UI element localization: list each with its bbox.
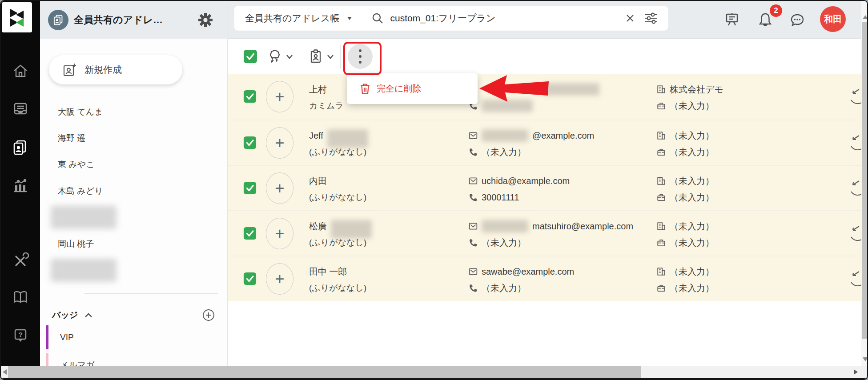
avatar-add-button[interactable]: + — [266, 127, 293, 159]
user-avatar[interactable]: 和田 — [820, 6, 846, 32]
caret-down-icon[interactable] — [346, 16, 353, 20]
contact-column: @example.com （未入力） — [469, 120, 647, 165]
contact-name[interactable]: Jeff — [309, 131, 323, 141]
sidebar-contact-item[interactable]: 大阪 てんま — [40, 99, 227, 125]
chat-bubble-icon — [789, 12, 805, 28]
gear-icon[interactable] — [197, 12, 213, 28]
row-checkbox[interactable] — [243, 136, 257, 149]
sidebar-contact-item[interactable]: 海野 遥 — [40, 125, 227, 151]
nav-news[interactable] — [1, 98, 40, 120]
company-building-icon — [657, 85, 666, 94]
news-inbox-icon — [12, 100, 29, 117]
avatar-add-button[interactable]: + — [266, 81, 293, 112]
clear-search-icon[interactable] — [623, 11, 638, 26]
nav-tools[interactable] — [1, 250, 40, 272]
sansan-logo[interactable] — [2, 2, 32, 32]
scroll-down-arrow[interactable] — [863, 357, 868, 361]
contacts-cards-icon — [12, 139, 29, 156]
contact-kana: (ふりがななし) — [309, 282, 366, 294]
contact-name[interactable]: 内田 — [309, 175, 327, 187]
avatar-add-button[interactable]: + — [266, 263, 293, 295]
window-bottom-edge — [1, 378, 868, 380]
notification-count-badge: 2 — [770, 4, 782, 17]
horizontal-scroll-thumb[interactable] — [8, 366, 641, 378]
row-overflow-icon — [849, 134, 861, 154]
sidebar-contact-name: 海野 遥 — [58, 132, 85, 144]
toolbar-divider — [300, 44, 300, 68]
scroll-left-arrow[interactable] — [3, 369, 7, 375]
filter-sliders-icon[interactable] — [642, 10, 660, 27]
sidebar-contact-item[interactable]: 木島 みどり — [40, 178, 227, 204]
permanent-delete-menu-item[interactable]: 完全に削除 — [359, 83, 421, 95]
badge-section-title: バッジ — [52, 309, 78, 321]
chevron-down-icon — [286, 54, 293, 59]
address-book-circle-icon — [48, 10, 68, 30]
contact-kana: (ふりがななし) — [309, 192, 366, 203]
name-column: 松廣 (ふりがななし) — [309, 211, 460, 256]
nav-home[interactable] — [1, 60, 40, 82]
new-contact-label: 新規作成 — [84, 64, 122, 76]
contact-email: @example.com — [532, 131, 594, 141]
contact-email: matsuhiro@example.com — [532, 221, 633, 232]
row-checkbox[interactable] — [243, 272, 257, 285]
nav-analytics[interactable] — [1, 176, 40, 197]
chevron-up-icon[interactable] — [84, 312, 93, 318]
sidebar-contact-item[interactable]: 岡山 桃子 — [40, 231, 227, 257]
scroll-up-arrow[interactable] — [863, 15, 868, 19]
contact-row[interactable]: + Jeff (ふりがななし) @example.com — [228, 120, 861, 165]
contact-department: （未入力） — [670, 192, 714, 204]
avatar-add-button[interactable]: + — [266, 172, 293, 204]
sidebar-contact-name: 東 みやこ — [58, 159, 95, 170]
address-book-scope-selector[interactable]: 全員共有のアドレス帳 — [245, 12, 339, 24]
contact-name[interactable]: 上村 — [309, 84, 327, 96]
announcements-button[interactable] — [724, 12, 740, 28]
toolbar-divider — [340, 44, 341, 68]
redacted-name-blur — [51, 206, 117, 229]
sidebar-contact-item[interactable] — [40, 204, 227, 231]
avatar-add-button[interactable]: + — [266, 218, 293, 249]
department-briefcase-icon — [657, 284, 666, 292]
select-all-checkbox[interactable] — [243, 49, 257, 64]
sidebar-contact-name: 岡山 桃子 — [58, 238, 94, 250]
vertical-scroll-thumb[interactable] — [862, 22, 868, 339]
search-icon — [371, 12, 384, 24]
badge-item[interactable]: VIP — [40, 325, 228, 349]
contact-row[interactable]: + 内田 (ふりがななし) uchida@example.com — [228, 165, 861, 210]
horizontal-scrollbar[interactable] — [1, 366, 861, 378]
sidebar-contact-item[interactable]: 東 みやこ — [40, 152, 227, 178]
sidebar-contact-item[interactable] — [40, 257, 227, 283]
contact-row[interactable]: + 松廣 (ふりがななし) matsuhiro@example.com — [228, 210, 861, 256]
topbar-separator — [228, 1, 228, 39]
analytics-chart-icon — [12, 178, 29, 195]
name-column: 内田 (ふりがななし) — [309, 166, 460, 210]
contact-name[interactable]: 田中 一郎 — [309, 266, 347, 278]
row-checkbox[interactable] — [243, 90, 257, 103]
chat-button[interactable] — [789, 12, 805, 28]
email-icon — [469, 176, 478, 185]
nav-guide[interactable] — [1, 287, 40, 308]
name-column: 田中 一郎 (ふりがななし) — [309, 256, 460, 301]
company-building-icon — [657, 267, 666, 276]
company-column: （未入力） （未入力） — [657, 166, 844, 210]
badge-menu-button[interactable] — [267, 48, 293, 64]
sidebar-contact-name: 木島 みどり — [58, 185, 103, 197]
sidebar-header: 全員共有のアドレ… — [40, 1, 228, 39]
row-overflow-icon — [849, 270, 861, 290]
help-bubble-icon: ? — [12, 327, 29, 344]
company-building-icon — [657, 222, 666, 231]
nav-help[interactable]: ? — [1, 325, 40, 346]
assign-menu-button[interactable] — [308, 48, 334, 64]
row-checkbox[interactable] — [243, 227, 257, 240]
contact-company: （未入力） — [670, 130, 714, 142]
contact-name[interactable]: 松廣 — [309, 220, 327, 232]
vertical-scrollbar[interactable] — [861, 1, 868, 366]
row-checkbox[interactable] — [243, 181, 257, 195]
new-contact-button[interactable]: 新規作成 — [49, 55, 182, 84]
search-input[interactable]: custom_01:フリープラン — [390, 12, 623, 24]
home-icon — [12, 63, 29, 80]
nav-contacts[interactable] — [1, 137, 40, 158]
contact-row[interactable]: + 田中 一郎 (ふりがななし) sawabe@example.com — [228, 256, 861, 301]
add-badge-button[interactable] — [202, 308, 215, 322]
scroll-right-arrow[interactable] — [854, 369, 858, 375]
sidebar-title: 全員共有のアドレ… — [74, 13, 163, 27]
